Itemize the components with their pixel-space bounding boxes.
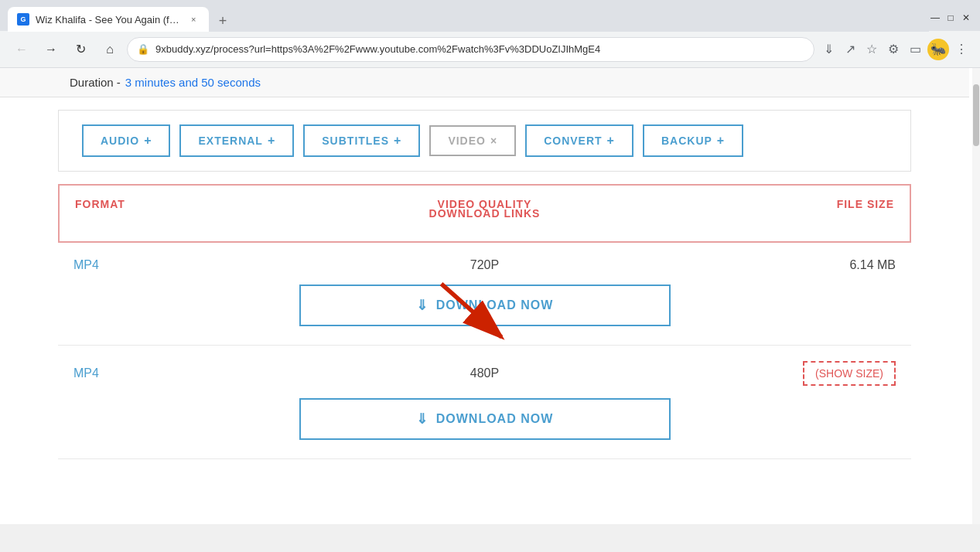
show-size-button[interactable]: (SHOW SIZE) (803, 361, 896, 386)
profile-icon[interactable]: 🐜 (927, 39, 949, 60)
download-row-720p: MP4 720P 6.14 MB ⇓ DOWNLOAD NOW (58, 243, 911, 346)
table-header: FORMAT VIDEO QUALITY DOWNLOAD LINKS FILE… (60, 186, 910, 241)
tab-video[interactable]: VIDEO × (429, 125, 516, 156)
nav-bar: ← → ↻ ⌂ 🔒 9xbuddy.xyz/process?url=https%… (0, 31, 980, 68)
lock-icon: 🔒 (137, 43, 149, 55)
minimize-button[interactable]: — (929, 12, 941, 24)
tab-subtitles-icon: + (394, 134, 401, 148)
download-720p-button[interactable]: ⇓ DOWNLOAD NOW (299, 285, 671, 326)
duration-label: Duration - (70, 76, 121, 89)
window-controls: — □ ✕ (929, 12, 972, 24)
tab-convert-label: CONVERT (544, 135, 602, 147)
tab-audio[interactable]: AUDIO + (82, 124, 170, 157)
tab-title: Wiz Khalifa - See You Again (feat (36, 14, 181, 26)
download-720p-label: DOWNLOAD NOW (436, 298, 554, 312)
forward-button[interactable]: → (39, 37, 63, 62)
download-rows: MP4 720P 6.14 MB ⇓ DOWNLOAD NOW (58, 243, 911, 459)
tab-convert-icon: + (607, 134, 615, 148)
download-720p-arrow-icon: ⇓ (416, 297, 429, 314)
home-button[interactable]: ⌂ (97, 37, 122, 62)
maximize-button[interactable]: □ (944, 12, 957, 24)
close-button[interactable]: ✕ (960, 12, 972, 24)
row-480p-quality: 480P (279, 366, 691, 380)
scrollbar[interactable] (972, 68, 980, 524)
tab-external[interactable]: EXTERNAL + (179, 124, 294, 157)
tab-video-label: VIDEO (448, 135, 486, 147)
scrollbar-thumb[interactable] (973, 84, 979, 146)
table-header-section: FORMAT VIDEO QUALITY DOWNLOAD LINKS FILE… (58, 184, 911, 243)
tab-external-label: EXTERNAL (198, 135, 262, 147)
download-480p-label: DOWNLOAD NOW (436, 412, 554, 426)
header-format: FORMAT (75, 198, 280, 229)
duration-bar: Duration - 3 minutes and 50 seconds (0, 68, 969, 97)
row-720p-format: MP4 (73, 258, 279, 272)
tab-convert[interactable]: CONVERT + (525, 124, 633, 157)
tab-backup-icon: + (717, 134, 725, 148)
main-content: Duration - 3 minutes and 50 seconds AUDI… (0, 68, 969, 524)
menu-icon[interactable]: ⋮ (952, 40, 971, 59)
address-bar[interactable]: 🔒 9xbuddy.xyz/process?url=https%3A%2F%2F… (127, 37, 814, 62)
title-bar: G Wiz Khalifa - See You Again (feat × + … (0, 0, 980, 31)
extensions-icon[interactable]: ⚙ (884, 40, 903, 59)
tab-backup-label: BACKUP (661, 135, 712, 147)
tab-video-icon: × (490, 135, 497, 147)
download-row-480p: MP4 480P (SHOW SIZE) ⇓ DOWNLOAD NOW (58, 346, 911, 459)
browser-chrome: G Wiz Khalifa - See You Again (feat × + … (0, 0, 980, 68)
page-content: Duration - 3 minutes and 50 seconds AUDI… (0, 68, 980, 524)
row-480p-format: MP4 (73, 366, 279, 380)
tab-audio-label: AUDIO (101, 135, 139, 147)
download-720p-wrapper: ⇓ DOWNLOAD NOW (73, 285, 896, 326)
tab-audio-icon: + (144, 134, 152, 148)
nav-actions: ⇓ ↗ ☆ ⚙ ▭ 🐜 ⋮ (819, 39, 971, 60)
row-720p-quality: 720P (279, 258, 691, 272)
address-text: 9xbuddy.xyz/process?url=https%3A%2F%2Fww… (155, 43, 804, 55)
tab-close-button[interactable]: × (187, 13, 200, 26)
back-button[interactable]: ← (9, 37, 34, 62)
bookmark-icon[interactable]: ☆ (862, 40, 881, 59)
header-links: DOWNLOAD LINKS (280, 207, 690, 229)
tab-subtitles[interactable]: SUBTITLES + (303, 124, 420, 157)
header-filesize: FILE SIZE (689, 198, 894, 229)
row-480p-size: (SHOW SIZE) (690, 361, 896, 386)
download-480p-arrow-icon: ⇓ (416, 411, 429, 428)
row-720p-size: 6.14 MB (690, 258, 896, 272)
tab-subtitles-label: SUBTITLES (322, 135, 389, 147)
row-720p-info: MP4 720P 6.14 MB (73, 258, 896, 272)
tab-external-icon: + (268, 134, 275, 148)
split-screen-icon[interactable]: ▭ (906, 40, 924, 59)
download-icon[interactable]: ⇓ (819, 40, 838, 59)
download-480p-wrapper: ⇓ DOWNLOAD NOW (73, 398, 896, 440)
download-480p-button[interactable]: ⇓ DOWNLOAD NOW (299, 398, 671, 440)
tab-backup[interactable]: BACKUP + (643, 124, 743, 157)
tab-favicon: G (17, 13, 29, 26)
duration-value[interactable]: 3 minutes and 50 seconds (125, 76, 261, 89)
active-tab[interactable]: G Wiz Khalifa - See You Again (feat × (8, 7, 209, 32)
new-tab-button[interactable]: + (212, 10, 234, 32)
row-480p-info: MP4 480P (SHOW SIZE) (73, 361, 896, 386)
reload-button[interactable]: ↻ (68, 37, 93, 62)
share-icon[interactable]: ↗ (841, 40, 859, 59)
tabs-section: AUDIO + EXTERNAL + SUBTITLES + VIDEO × C… (58, 110, 911, 172)
